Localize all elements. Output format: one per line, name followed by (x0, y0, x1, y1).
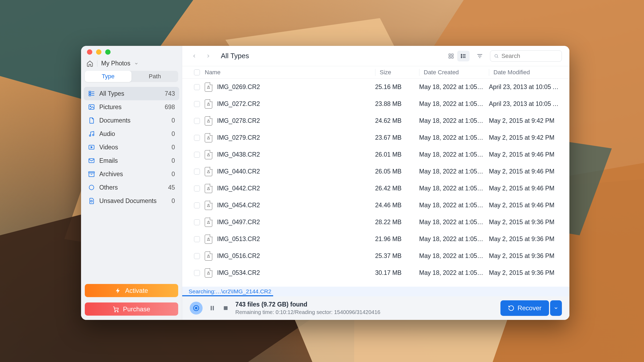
file-checkbox[interactable] (194, 152, 200, 158)
file-checkbox[interactable] (194, 101, 200, 107)
sidebar-item-label: Audio (99, 130, 167, 138)
divider (97, 60, 97, 67)
breadcrumb-location: My Photos (101, 60, 130, 67)
sidebar-item-count: 0 (171, 157, 175, 164)
svg-rect-23 (452, 56, 453, 58)
sidebar-item-label: Emails (99, 157, 167, 164)
file-size: 25.16 MB (375, 83, 419, 91)
column-headers: Name Size Date Created Date Modified (182, 66, 569, 79)
stop-scan-button[interactable] (222, 304, 229, 312)
file-row[interactable]: IMG_0454.CR224.46 MBMay 18, 2022 at 1:05… (182, 197, 569, 214)
nav-forward-button[interactable] (204, 51, 213, 61)
zoom-window-button[interactable] (105, 49, 111, 55)
file-date-created: May 18, 2022 at 1:05… (419, 100, 489, 108)
toolbar: All Types (182, 46, 569, 66)
file-date-created: May 18, 2022 at 1:05… (419, 202, 489, 209)
file-type-icon (205, 133, 212, 142)
sidebar-item-audio[interactable]: Audio0 (84, 127, 179, 141)
breadcrumb[interactable]: My Photos (81, 58, 182, 71)
file-type-icon (205, 83, 212, 92)
file-checkbox[interactable] (194, 270, 200, 276)
list-view-button[interactable] (457, 51, 470, 61)
svg-rect-22 (449, 56, 451, 58)
file-row[interactable]: IMG_0516.CR225.37 MBMay 18, 2022 at 1:05… (182, 248, 569, 264)
file-checkbox[interactable] (194, 186, 200, 191)
file-checkbox[interactable] (194, 202, 200, 208)
file-date-modified: May 2, 2015 at 9:46 PM (489, 185, 562, 192)
purchase-button[interactable]: Purchase (85, 302, 178, 316)
sidebar-item-archives[interactable]: Archives0 (84, 167, 179, 181)
sidebar-item-documents[interactable]: Documents0 (84, 114, 179, 127)
sidebar-item-pictures[interactable]: Pictures698 (84, 100, 179, 114)
activate-button[interactable]: Activate (85, 284, 178, 297)
category-list: All Types743Pictures698Documents0Audio0V… (81, 87, 182, 208)
sidebar-item-emails[interactable]: Emails0 (84, 154, 179, 167)
recover-dropdown-button[interactable] (550, 300, 562, 316)
svg-rect-14 (89, 172, 94, 173)
grid-view-button[interactable] (445, 51, 457, 61)
scan-status-strip: Searching:…\cr2\IMG_2144.CR2 (182, 287, 569, 296)
file-name: IMG_0534.CR2 (217, 269, 375, 276)
file-checkbox[interactable] (194, 84, 200, 90)
column-date-modified[interactable]: Date Modified (489, 69, 562, 76)
file-date-created: May 18, 2022 at 1:05… (419, 252, 489, 260)
svg-line-34 (497, 57, 498, 58)
file-type-icon (205, 235, 212, 244)
file-checkbox[interactable] (194, 219, 200, 225)
file-type-icon (205, 268, 212, 278)
file-checkbox[interactable] (194, 135, 200, 141)
file-row[interactable]: IMG_0442.CR226.42 MBMay 18, 2022 at 1:05… (182, 180, 569, 197)
search-field[interactable] (502, 53, 558, 60)
file-row[interactable]: IMG_0269.CR225.16 MBMay 18, 2022 at 1:05… (182, 79, 569, 95)
file-type-icon (205, 116, 212, 125)
lightning-icon (115, 287, 121, 294)
nav-back-button[interactable] (190, 51, 199, 61)
sidebar-item-all[interactable]: All Types743 (84, 87, 179, 100)
file-checkbox[interactable] (194, 118, 200, 124)
column-size[interactable]: Size (375, 69, 419, 76)
file-type-icon (205, 150, 212, 159)
file-type-icon (205, 184, 212, 193)
svg-point-8 (89, 135, 91, 136)
pause-scan-button[interactable] (208, 304, 216, 312)
file-type-icon (205, 167, 212, 176)
svg-rect-21 (452, 54, 453, 55)
sidebar-item-label: Others (99, 184, 164, 191)
main-panel: All Types Name Size Date Creat (182, 46, 569, 320)
minimize-window-button[interactable] (96, 49, 101, 55)
column-date-created[interactable]: Date Created (419, 69, 489, 76)
file-checkbox[interactable] (194, 169, 200, 175)
tab-path[interactable]: Path (131, 71, 178, 82)
sidebar-item-videos[interactable]: Videos0 (84, 141, 179, 154)
tab-type[interactable]: Type (85, 71, 131, 82)
file-row[interactable]: IMG_0513.CR221.96 MBMay 18, 2022 at 1:05… (182, 231, 569, 248)
file-row[interactable]: IMG_0534.CR230.17 MBMay 18, 2022 at 1:05… (182, 264, 569, 281)
file-row[interactable]: IMG_0279.CR223.67 MBMay 18, 2022 at 1:05… (182, 129, 569, 146)
file-row[interactable]: IMG_0497.CR228.22 MBMay 18, 2022 at 1:05… (182, 214, 569, 231)
recover-button[interactable]: Recover (500, 300, 549, 316)
file-row[interactable]: IMG_0278.CR224.62 MBMay 18, 2022 at 1:05… (182, 112, 569, 129)
image-icon (88, 104, 95, 110)
file-checkbox[interactable] (194, 253, 200, 259)
svg-rect-6 (89, 105, 94, 109)
sidebar-item-others[interactable]: Others45 (84, 181, 179, 194)
close-window-button[interactable] (87, 49, 92, 55)
file-row[interactable]: IMG_0272.CR223.88 MBMay 18, 2022 at 1:05… (182, 95, 569, 112)
svg-rect-13 (89, 173, 94, 177)
file-row[interactable]: IMG_0438.CR226.01 MBMay 18, 2022 at 1:05… (182, 146, 569, 163)
select-all-checkbox[interactable] (194, 69, 200, 75)
file-row[interactable]: IMG_0440.CR226.05 MBMay 18, 2022 at 1:05… (182, 163, 569, 180)
search-input[interactable] (490, 50, 562, 62)
filter-button[interactable] (474, 51, 485, 61)
video-icon (88, 144, 95, 151)
recover-button-group: Recover (500, 300, 562, 316)
file-size: 26.01 MB (375, 151, 419, 158)
file-date-created: May 18, 2022 at 1:05… (419, 117, 489, 124)
svg-point-19 (118, 311, 118, 312)
sidebar-item-unsaved[interactable]: Unsaved Documents0 (84, 194, 179, 208)
svg-point-24 (461, 54, 462, 55)
column-name[interactable]: Name (205, 69, 375, 76)
file-checkbox[interactable] (194, 236, 200, 242)
svg-rect-2 (89, 95, 91, 96)
file-date-created: May 18, 2022 at 1:05… (419, 83, 489, 91)
